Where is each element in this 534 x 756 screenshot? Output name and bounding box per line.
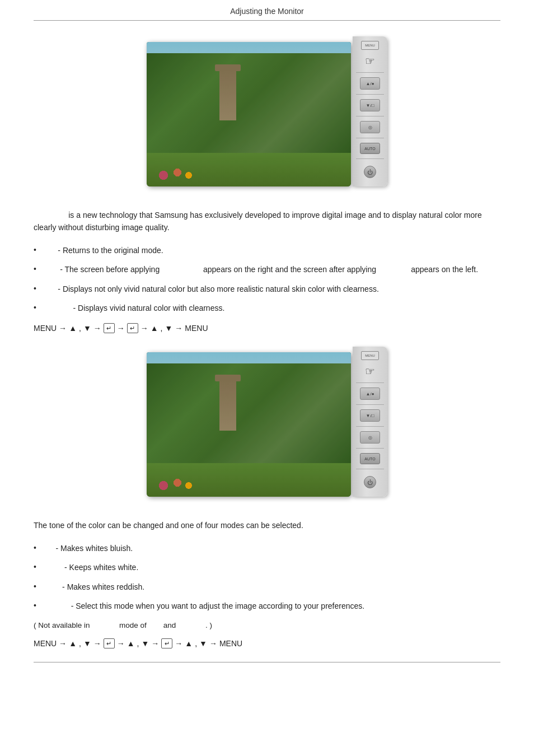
- auto-label-2: AUTO: [364, 457, 375, 461]
- nav-comma-4: ,: [137, 639, 139, 648]
- circle-label-2: ◎: [368, 435, 372, 440]
- nav-arrow-8: →: [175, 639, 182, 648]
- power-button-1[interactable]: ⏻: [364, 166, 376, 178]
- nav-arrow-9: →: [209, 639, 217, 648]
- nav-comma-1: ,: [79, 324, 81, 333]
- scene-overlay: [147, 42, 351, 186]
- nav-arrow-1: →: [93, 324, 101, 333]
- bullet-dot-3: •: [34, 283, 45, 293]
- page-title: Adjusting the Monitor: [230, 7, 304, 16]
- power-icon-2: ⏻: [367, 479, 373, 486]
- nav-menu-end-2: MENU: [219, 639, 242, 648]
- up-down-label-1: ▲/●: [366, 81, 374, 86]
- monitor-side-panel-1: MENU ☞ ▲/● ▼/□ ◎ AUTO: [353, 36, 387, 186]
- nav-menu-1: MENU →: [34, 324, 67, 333]
- bullet-item-3: • - Displays not only vivid natural colo…: [34, 283, 500, 295]
- divider-3: [356, 116, 384, 116]
- bullet-item-4: • - Displays vivid natural color with cl…: [34, 302, 500, 314]
- section1-intro: is a new technology that Samsung has exc…: [34, 209, 500, 234]
- section1-intro-text: is a new technology that Samsung has exc…: [34, 209, 500, 234]
- nav-arrow-6: →: [117, 639, 125, 648]
- bullet-content-1: - Returns to the original mode.: [45, 244, 500, 256]
- down-button-2[interactable]: ▼/□: [360, 409, 380, 422]
- circle-button-1[interactable]: ◎: [360, 121, 380, 133]
- section2-intro-text: The tone of the color can be changed and…: [34, 519, 500, 531]
- nav-enter-3: ↵: [104, 638, 115, 648]
- bullet-content-4: - Displays vivid natural color with clea…: [45, 302, 500, 314]
- monitor-screen-1: [147, 42, 351, 186]
- up-button-2[interactable]: ▲/●: [360, 388, 380, 400]
- monitor-display-1: MENU ☞ ▲/● ▼/□ ◎ AUTO: [147, 36, 387, 193]
- nav-enter-2: ↵: [127, 323, 138, 333]
- divider-10: [356, 469, 384, 469]
- bullet-dot-2: •: [34, 263, 45, 273]
- nav-up-5: ▲: [185, 639, 193, 648]
- down-button-1[interactable]: ▼/□: [360, 99, 380, 111]
- bullet-item-5: • - Makes whites bluish.: [34, 542, 500, 554]
- hand-icon-2: ☞: [365, 365, 375, 378]
- section1-bullets: • - Returns to the original mode. • - Th…: [34, 244, 500, 315]
- bullet-dot-6: •: [34, 561, 45, 571]
- nav-comma-2: ,: [161, 324, 163, 333]
- bullet-content-8: - Select this mode when you want to adju…: [45, 600, 500, 612]
- hand-icon: ☞: [365, 54, 375, 68]
- circle-button-2[interactable]: ◎: [360, 431, 380, 444]
- monitor-screen-2: [147, 352, 351, 497]
- nav-arrow-4: →: [175, 324, 182, 333]
- divider-1: [356, 72, 384, 73]
- bullet-item-6: • - Keeps whites white.: [34, 561, 500, 573]
- divider-6: [356, 382, 384, 383]
- bullet-content-3: - Displays not only vivid natural color …: [45, 283, 500, 295]
- nav-arrow-5: →: [93, 639, 101, 648]
- auto-label-1: AUTO: [364, 147, 375, 151]
- nav-enter-1: ↵: [104, 323, 115, 333]
- bullet-content-2: - The screen before applying appears on …: [45, 263, 500, 276]
- section2-bullets: • - Makes whites bluish. • - Keeps white…: [34, 542, 500, 613]
- down-label-1: ▼/□: [366, 103, 374, 108]
- power-button-2[interactable]: ⏻: [364, 476, 376, 488]
- menu-area: MENU: [353, 41, 387, 50]
- nav-up-3: ▲: [69, 639, 77, 648]
- monitor-image-2: MENU ☞ ▲/● ▼/□ ◎ AUTO: [34, 347, 500, 503]
- nav-up-2: ▲: [151, 324, 158, 333]
- divider-2: [356, 94, 384, 95]
- bullet-item-2: • - The screen before applying appears o…: [34, 263, 500, 276]
- bullet-dot-4: •: [34, 302, 45, 312]
- down-label-2: ▼/□: [366, 413, 374, 418]
- bullet-dot-5: •: [34, 542, 45, 552]
- nav-arrow-7: →: [151, 639, 159, 648]
- nav-enter-4: ↵: [161, 638, 172, 648]
- bullet-content-5: - Makes whites bluish.: [45, 542, 500, 554]
- page-header: Adjusting the Monitor: [34, 0, 500, 21]
- up-down-label-2: ▲/●: [366, 391, 374, 396]
- auto-button-1[interactable]: AUTO: [360, 143, 380, 154]
- menu-area-2: MENU: [353, 351, 387, 360]
- bullet-content-6: - Keeps whites white.: [45, 561, 500, 573]
- circle-label-1: ◎: [368, 125, 372, 130]
- bullet-content-7: - Makes whites reddish.: [45, 581, 500, 593]
- nav-down-2: ▼: [165, 324, 172, 333]
- auto-button-2[interactable]: AUTO: [360, 453, 380, 464]
- divider-8: [356, 426, 384, 427]
- menu-nav-2: MENU → ▲ , ▼ → ↵ → ▲ , ▼ → ↵ → ▲ , ▼ → M…: [34, 638, 500, 648]
- nav-comma-3: ,: [79, 639, 81, 648]
- footer-line: [34, 662, 500, 662]
- menu-icon-2: MENU: [361, 351, 379, 360]
- divider-4: [356, 138, 384, 138]
- nav-comma-5: ,: [195, 639, 197, 648]
- divider-5: [356, 158, 384, 159]
- bullet-item-7: • - Makes whites reddish.: [34, 581, 500, 593]
- nav-down-1: ▼: [83, 324, 91, 333]
- nav-arrow-3: →: [140, 324, 148, 333]
- bullet-dot-1: •: [34, 244, 45, 254]
- page-container: Adjusting the Monitor MENU ☞: [0, 0, 534, 679]
- nav-up-1: ▲: [69, 324, 77, 333]
- nav-arrow-2: →: [117, 324, 125, 333]
- divider-7: [356, 404, 384, 405]
- divider-9: [356, 448, 384, 449]
- up-button-1[interactable]: ▲/●: [360, 77, 380, 90]
- monitor-side-panel-2: MENU ☞ ▲/● ▼/□ ◎ AUTO: [353, 347, 387, 497]
- nav-down-3: ▼: [83, 639, 91, 648]
- nav-menu-3: MENU →: [34, 639, 67, 648]
- power-icon-1: ⏻: [367, 169, 373, 175]
